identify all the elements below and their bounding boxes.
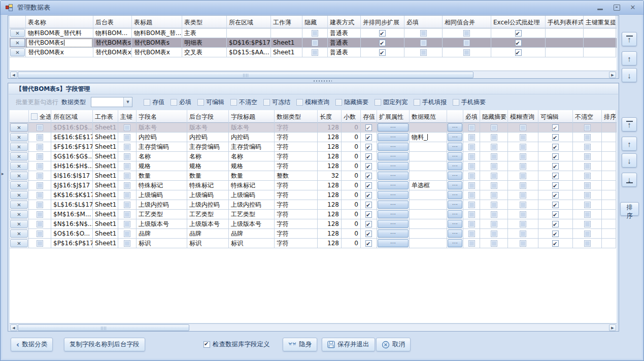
table-row[interactable]: ✕物料BOM表_替代料物料BOM...物料BOM表_替...主表普通表 (10, 28, 617, 38)
no_clear-checkbox[interactable] (584, 144, 591, 150)
column-header-type[interactable]: 表类型 (182, 16, 227, 28)
more-button[interactable]: ⋯ (448, 210, 462, 218)
toolbar-option-checkbox[interactable] (453, 99, 459, 106)
ext-props-button[interactable]: ⋯ (378, 210, 409, 218)
pk-checkbox[interactable] (124, 182, 130, 189)
ext-props-button[interactable]: ⋯ (378, 220, 409, 228)
sel-checkbox[interactable] (37, 124, 43, 131)
editable-checkbox[interactable] (552, 163, 559, 170)
column-header-sheet[interactable]: 工作表 (93, 110, 118, 123)
column-header-no_clear[interactable]: 不清空 (573, 110, 602, 123)
more-button[interactable]: ⋯ (448, 201, 462, 209)
pk-checkbox[interactable] (124, 173, 130, 179)
no_clear-checkbox[interactable] (584, 153, 591, 160)
merge_same-checkbox[interactable] (463, 40, 470, 46)
fuzzy-checkbox[interactable] (520, 163, 526, 170)
sync_expand-checkbox[interactable] (379, 49, 386, 56)
hide_summary-checkbox[interactable] (491, 211, 497, 218)
editable-checkbox[interactable] (552, 134, 559, 141)
no_clear-checkbox[interactable] (584, 231, 591, 237)
pk-checkbox[interactable] (124, 221, 130, 227)
table-row[interactable]: ✕$M$16:$M...Sheet1工艺类型工艺类型工艺类型字符1280⋯⋯ (10, 210, 617, 219)
excel_batch-checkbox[interactable] (515, 30, 522, 37)
excel_batch-checkbox[interactable] (515, 49, 522, 56)
sel-checkbox[interactable] (37, 134, 43, 141)
store-checkbox[interactable] (365, 202, 372, 208)
table-row[interactable]: ✕替代BOM表x替代BOM表x替代BOM表x交叉表$D$15:$AA...She… (10, 48, 617, 57)
check-db-field-def-checkbox[interactable] (204, 341, 210, 348)
required-checkbox[interactable] (468, 173, 475, 179)
row-delete-button[interactable]: ✕ (10, 48, 25, 56)
pk-checkbox[interactable] (124, 144, 130, 150)
excel_batch-checkbox[interactable] (515, 40, 522, 46)
cell-editor[interactable]: 替代BOM表s (26, 39, 92, 47)
ext-props-button[interactable]: ⋯ (378, 191, 409, 199)
sel-checkbox[interactable] (37, 240, 43, 247)
ext-props-button[interactable]: ⋯ (378, 133, 409, 141)
select-all-checkbox[interactable] (31, 113, 38, 120)
pk-checkbox[interactable] (124, 231, 130, 237)
store-checkbox[interactable] (365, 221, 372, 227)
row-delete-button[interactable]: ✕ (10, 123, 28, 132)
column-header-workbook[interactable]: 工作薄 (271, 16, 302, 28)
editable-checkbox[interactable] (552, 221, 559, 227)
row-delete-button[interactable]: ✕ (10, 162, 28, 170)
column-header-sort[interactable]: 排序 (602, 110, 616, 123)
sync_expand-checkbox[interactable] (379, 40, 386, 46)
ext-props-button[interactable]: ⋯ (378, 152, 409, 160)
row-delete-button[interactable]: ✕ (10, 172, 28, 180)
column-header-title[interactable]: 表标题 (132, 16, 182, 28)
hide_summary-checkbox[interactable] (491, 163, 497, 170)
column-header-dec[interactable]: 小数 (342, 110, 361, 123)
table-row[interactable]: ✕$G$16:$G$...Sheet1名称名称名称字符1280⋯⋯ (10, 152, 617, 161)
editable-checkbox[interactable] (552, 153, 559, 160)
sel-checkbox[interactable] (37, 153, 43, 160)
editable-checkbox[interactable] (552, 192, 559, 199)
hide_summary-checkbox[interactable] (491, 221, 497, 227)
table-move-down-button[interactable]: ↓ (622, 68, 637, 82)
sort-button[interactable]: 排序 (620, 202, 639, 216)
no_clear-checkbox[interactable] (584, 173, 591, 179)
no_clear-checkbox[interactable] (584, 124, 591, 131)
required-checkbox[interactable] (468, 240, 475, 247)
required-checkbox[interactable] (468, 153, 475, 160)
sel-checkbox[interactable] (37, 173, 43, 179)
pk-checkbox[interactable] (124, 153, 130, 160)
column-header-dots[interactable] (447, 110, 463, 123)
toolbar-option-checkbox[interactable] (230, 99, 237, 106)
store-checkbox[interactable] (365, 144, 372, 150)
column-header-blank[interactable] (10, 110, 29, 123)
column-header-editable[interactable]: 可编辑 (538, 110, 573, 123)
fuzzy-checkbox[interactable] (520, 240, 526, 247)
ext-props-button[interactable]: ⋯ (378, 162, 409, 170)
no_clear-checkbox[interactable] (584, 240, 591, 247)
table-row[interactable]: ✕$F$16:$F$17Sheet1主存货编码主存货编码主存货编码字符1280⋯… (10, 142, 617, 152)
merge_same-checkbox[interactable] (463, 49, 470, 56)
required-checkbox[interactable] (468, 182, 475, 189)
required-checkbox[interactable] (468, 124, 475, 131)
field-move-to-bottom-button[interactable]: ↓ (622, 173, 637, 187)
more-button[interactable]: ⋯ (448, 220, 462, 228)
save-exit-button[interactable]: 保存并退出 (322, 338, 375, 351)
table-row[interactable]: ✕$I$16:$I$17Sheet1数量数量数量整数320⋯⋯ (10, 171, 617, 181)
column-header-mobile_style[interactable]: 手机列表样式 (546, 16, 584, 28)
column-header-region[interactable]: 所在区域 (227, 16, 271, 28)
more-button[interactable]: ⋯ (448, 152, 462, 160)
required-checkbox[interactable] (468, 202, 475, 208)
table-move-to-top-button[interactable]: ↑ (622, 32, 637, 46)
column-header-pk_dup[interactable]: 主键重复提 (584, 16, 616, 28)
editable-checkbox[interactable] (552, 173, 559, 179)
fuzzy-checkbox[interactable] (520, 221, 526, 227)
no_clear-checkbox[interactable] (584, 202, 591, 208)
hide_summary-checkbox[interactable] (491, 182, 497, 189)
cancel-button[interactable]: 取消 (376, 338, 411, 351)
column-header-hidden[interactable]: 隐藏 (302, 16, 328, 28)
required-checkbox[interactable] (468, 231, 475, 237)
store-checkbox[interactable] (365, 211, 372, 218)
column-header-backend[interactable]: 后台表 (93, 16, 132, 28)
column-header-dtype[interactable]: 数据类型 (275, 110, 318, 123)
datatype-select[interactable]: ▼ (91, 97, 132, 107)
more-button[interactable]: ⋯ (448, 162, 462, 170)
table-move-up-button[interactable]: ↑ (622, 51, 637, 65)
hide_summary-checkbox[interactable] (491, 240, 497, 247)
